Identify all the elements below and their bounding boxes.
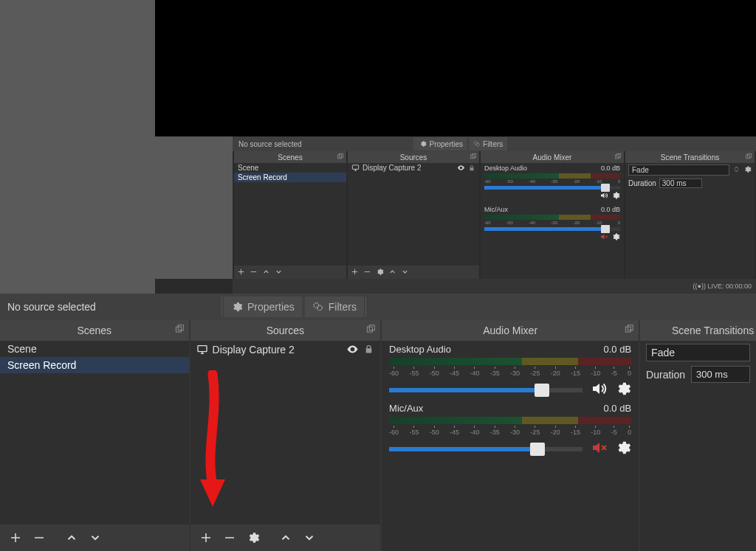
audio-track-desktop: Desktop Audio 0.0 dB -60-55-50-45-40-35-… xyxy=(382,341,639,400)
mid-scene-item-selected[interactable]: Screen Record xyxy=(234,173,346,182)
speaker-icon[interactable] xyxy=(599,191,608,201)
gear-icon xyxy=(231,301,243,313)
audio-tick-labels: -60-55-50-45-40-35-30-25-20-15-10-50 xyxy=(389,367,631,377)
audio-track-name: Desktop Audio xyxy=(389,344,451,355)
audio-track-db: 0.0 dB xyxy=(604,344,632,355)
filters-icon xyxy=(473,140,481,148)
scene-item-selected[interactable]: Screen Record xyxy=(0,357,189,373)
track-settings-button[interactable] xyxy=(615,381,631,399)
mid-transition-select[interactable]: Fade xyxy=(628,164,729,176)
audio-tick-labels: -60-55-50-45-40-35-30-25-20-15-10-50 xyxy=(389,426,631,436)
volume-slider[interactable] xyxy=(389,388,583,392)
mid-transitions-panel: Scene Transitions Fade Duration xyxy=(625,151,755,279)
scenes-panel: Scenes Scene Screen Record xyxy=(0,320,189,551)
mid-duration-input[interactable] xyxy=(659,179,702,188)
gear-icon xyxy=(419,140,427,148)
chevron-down-icon[interactable] xyxy=(401,266,409,279)
monitor-icon xyxy=(196,344,208,356)
lock-toggle[interactable] xyxy=(363,344,374,355)
scenes-toolbar xyxy=(0,524,189,551)
scene-transitions-panel: Scene Transitions Fade Duration xyxy=(640,320,756,551)
duration-input[interactable] xyxy=(691,366,750,383)
source-item[interactable]: Display Capture 2 xyxy=(190,341,381,358)
speaker-mute-icon[interactable] xyxy=(599,232,608,243)
mid-sources-panel: Sources Display Capture 2 xyxy=(348,151,479,279)
obs-context-toolbar: No source selected Properties Filters xyxy=(0,294,756,320)
chevron-down-icon[interactable] xyxy=(275,266,283,279)
eye-icon[interactable] xyxy=(457,164,465,172)
sources-toolbar xyxy=(190,524,381,551)
transitions-header: Scene Transitions xyxy=(640,320,756,341)
filters-button[interactable]: Filters xyxy=(305,297,364,317)
audio-track-name: Mic/Aux xyxy=(389,403,423,414)
audio-track-mic: Mic/Aux 0.0 dB -60-55-50-45-40-35-30-25-… xyxy=(382,400,639,459)
minus-icon[interactable] xyxy=(250,266,258,279)
audio-mixer-panel: Audio Mixer Desktop Audio 0.0 dB -60-55-… xyxy=(382,320,639,551)
chevron-up-icon[interactable] xyxy=(388,266,396,279)
popout-icon[interactable] xyxy=(174,324,185,336)
audio-meter xyxy=(389,358,631,365)
updown-icon[interactable] xyxy=(732,165,740,175)
audio-track-db: 0.0 dB xyxy=(604,403,632,414)
chevron-up-icon[interactable] xyxy=(262,266,270,279)
mid-filters-button[interactable]: Filters xyxy=(469,137,507,150)
plus-icon[interactable] xyxy=(237,266,245,279)
remove-source-button[interactable] xyxy=(219,527,241,548)
scene-move-up-button[interactable] xyxy=(61,527,83,548)
nested-preview-level1: No source selected Properties Filters Sc… xyxy=(155,0,756,294)
gear-icon[interactable] xyxy=(376,266,384,279)
mid-scenes-panel: Scenes Scene Screen Record xyxy=(234,151,346,279)
speaker-icon[interactable] xyxy=(590,380,608,400)
gear-icon[interactable] xyxy=(743,165,752,175)
track-settings-button[interactable] xyxy=(615,440,631,458)
minus-icon[interactable] xyxy=(363,266,371,279)
audio-mixer-header: Audio Mixer xyxy=(382,320,639,341)
mid-properties-button[interactable]: Properties xyxy=(415,137,467,150)
audio-meter xyxy=(389,417,631,424)
source-move-up-button[interactable] xyxy=(275,527,297,548)
volume-slider[interactable] xyxy=(389,447,583,451)
popout-icon[interactable] xyxy=(470,153,477,162)
remove-scene-button[interactable] xyxy=(28,527,50,548)
sources-list[interactable]: Display Capture 2 xyxy=(190,341,381,524)
transition-select[interactable]: Fade xyxy=(646,344,750,361)
filters-icon xyxy=(312,301,324,313)
popout-icon[interactable] xyxy=(624,324,634,336)
visibility-toggle[interactable] xyxy=(346,343,359,356)
popout-icon[interactable] xyxy=(745,153,752,162)
scene-item[interactable]: Scene xyxy=(0,341,189,357)
mid-source-item[interactable]: Display Capture 2 xyxy=(348,163,479,173)
scene-move-down-button[interactable] xyxy=(84,527,106,548)
plus-icon[interactable] xyxy=(351,266,359,279)
properties-button[interactable]: Properties xyxy=(224,297,302,317)
add-source-button[interactable] xyxy=(195,527,217,548)
add-scene-button[interactable] xyxy=(4,527,27,548)
monitor-icon xyxy=(351,164,360,172)
lock-icon[interactable] xyxy=(468,164,475,172)
gear-icon[interactable] xyxy=(611,232,620,243)
source-properties-button[interactable] xyxy=(242,527,264,548)
sources-panel: Sources Display Capture 2 xyxy=(190,320,381,551)
sources-header: Sources xyxy=(190,320,381,341)
no-source-selected-label: No source selected xyxy=(0,301,103,313)
scenes-header: Scenes xyxy=(0,320,189,341)
obs-main-window: No source selected Properties Filters Sc… xyxy=(0,294,756,551)
speaker-mute-icon[interactable] xyxy=(590,439,608,459)
popout-icon[interactable] xyxy=(337,153,344,162)
duration-label: Duration xyxy=(646,369,685,381)
mid-scene-item[interactable]: Scene xyxy=(234,163,346,173)
source-move-down-button[interactable] xyxy=(298,527,320,548)
scenes-list[interactable]: Scene Screen Record xyxy=(0,341,189,524)
popout-icon[interactable] xyxy=(365,324,376,336)
source-item-label: Display Capture 2 xyxy=(213,344,295,356)
mid-audio-mixer-panel: Audio Mixer Desktop Audio0.0 dB -60-50-4… xyxy=(481,151,624,279)
mid-no-source-label: No source selected xyxy=(233,140,308,148)
mid-live-status: ((●)) LIVE: 00:00:00 xyxy=(693,283,752,290)
popout-icon[interactable] xyxy=(614,153,622,162)
gear-icon[interactable] xyxy=(611,191,620,201)
